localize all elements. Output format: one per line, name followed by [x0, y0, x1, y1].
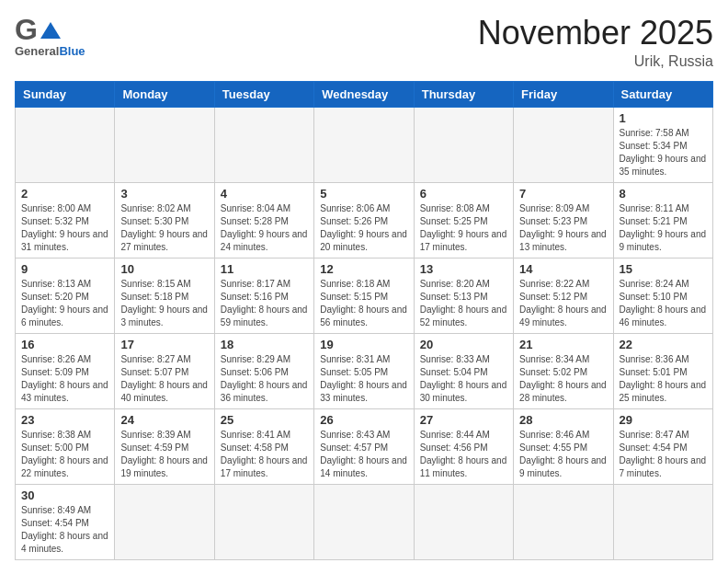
day-info: Sunrise: 8:09 AMSunset: 5:23 PMDaylight:…	[519, 202, 607, 254]
day-info: Sunrise: 8:26 AMSunset: 5:09 PMDaylight:…	[21, 353, 108, 405]
calendar-cell: 16Sunrise: 8:26 AMSunset: 5:09 PMDayligh…	[16, 333, 115, 408]
calendar-cell: 1Sunrise: 7:58 AMSunset: 5:34 PMDaylight…	[613, 107, 712, 182]
day-number: 2	[21, 187, 108, 201]
calendar-row: 16Sunrise: 8:26 AMSunset: 5:09 PMDayligh…	[16, 333, 713, 408]
day-info: Sunrise: 8:49 AMSunset: 4:54 PMDaylight:…	[21, 504, 108, 556]
calendar-cell: 17Sunrise: 8:27 AMSunset: 5:07 PMDayligh…	[115, 333, 214, 408]
calendar-cell	[214, 484, 313, 559]
day-number: 13	[420, 262, 507, 276]
svg-marker-0	[40, 22, 61, 39]
page-header: G GeneralBlue November 2025 Urik, Russia	[15, 15, 713, 70]
logo-g-letter: G	[15, 15, 38, 44]
logo-icon: G	[15, 15, 61, 44]
calendar-cell: 26Sunrise: 8:43 AMSunset: 4:57 PMDayligh…	[314, 408, 414, 484]
calendar-cell: 25Sunrise: 8:41 AMSunset: 4:58 PMDayligh…	[214, 408, 313, 484]
day-info: Sunrise: 8:33 AMSunset: 5:04 PMDaylight:…	[420, 353, 507, 405]
day-number: 4	[221, 187, 308, 201]
weekday-header-tuesday: Tuesday	[214, 81, 313, 107]
calendar-header: SundayMondayTuesdayWednesdayThursdayFrid…	[16, 81, 713, 107]
calendar-cell	[314, 107, 414, 182]
day-info: Sunrise: 8:15 AMSunset: 5:18 PMDaylight:…	[120, 278, 208, 329]
day-info: Sunrise: 8:31 AMSunset: 5:05 PMDaylight:…	[320, 353, 407, 405]
logo-general-text: General	[15, 44, 59, 58]
weekday-header-friday: Friday	[514, 81, 613, 107]
logo: G GeneralBlue	[15, 15, 85, 58]
day-info: Sunrise: 8:34 AMSunset: 5:02 PMDaylight:…	[519, 353, 607, 405]
calendar-cell	[115, 484, 214, 559]
day-number: 6	[420, 187, 507, 201]
day-info: Sunrise: 8:00 AMSunset: 5:32 PMDaylight:…	[21, 202, 108, 254]
calendar-cell	[314, 484, 414, 559]
calendar-cell	[414, 107, 513, 182]
logo-blue-text: Blue	[59, 44, 85, 58]
calendar-row: 2Sunrise: 8:00 AMSunset: 5:32 PMDaylight…	[16, 182, 713, 258]
calendar-row: 9Sunrise: 8:13 AMSunset: 5:20 PMDaylight…	[16, 258, 713, 333]
day-number: 27	[420, 413, 507, 427]
day-number: 17	[120, 338, 208, 351]
calendar-cell	[115, 107, 214, 182]
day-number: 3	[120, 187, 208, 201]
day-number: 26	[320, 413, 407, 427]
calendar-body: 1Sunrise: 7:58 AMSunset: 5:34 PMDaylight…	[16, 107, 713, 559]
calendar-cell: 27Sunrise: 8:44 AMSunset: 4:56 PMDayligh…	[414, 408, 513, 484]
day-number: 23	[21, 413, 108, 427]
day-info: Sunrise: 8:17 AMSunset: 5:16 PMDaylight:…	[221, 278, 308, 329]
title-block: November 2025 Urik, Russia	[478, 15, 713, 70]
day-info: Sunrise: 8:18 AMSunset: 5:15 PMDaylight:…	[320, 278, 407, 329]
logo-triangle-icon	[40, 20, 61, 40]
weekday-header-row: SundayMondayTuesdayWednesdayThursdayFrid…	[16, 81, 713, 107]
day-info: Sunrise: 8:20 AMSunset: 5:13 PMDaylight:…	[420, 278, 507, 329]
day-number: 7	[519, 187, 607, 201]
logo-label: GeneralBlue	[15, 44, 85, 58]
calendar-cell	[514, 107, 613, 182]
calendar-cell	[214, 107, 313, 182]
day-number: 20	[420, 338, 507, 351]
calendar-cell: 21Sunrise: 8:34 AMSunset: 5:02 PMDayligh…	[514, 333, 613, 408]
day-number: 12	[320, 262, 407, 276]
calendar-cell	[16, 107, 115, 182]
day-info: Sunrise: 7:58 AMSunset: 5:34 PMDaylight:…	[620, 127, 707, 178]
day-number: 5	[320, 187, 407, 201]
weekday-header-wednesday: Wednesday	[314, 81, 414, 107]
calendar-cell: 7Sunrise: 8:09 AMSunset: 5:23 PMDaylight…	[514, 182, 613, 258]
location-title: Urik, Russia	[478, 53, 713, 70]
day-info: Sunrise: 8:39 AMSunset: 4:59 PMDaylight:…	[120, 429, 208, 480]
calendar-cell: 13Sunrise: 8:20 AMSunset: 5:13 PMDayligh…	[414, 258, 513, 333]
calendar-table: SundayMondayTuesdayWednesdayThursdayFrid…	[15, 81, 713, 560]
month-title: November 2025	[478, 15, 713, 52]
day-number: 18	[221, 338, 308, 351]
weekday-header-monday: Monday	[115, 81, 214, 107]
calendar-cell: 22Sunrise: 8:36 AMSunset: 5:01 PMDayligh…	[613, 333, 712, 408]
calendar-cell: 6Sunrise: 8:08 AMSunset: 5:25 PMDaylight…	[414, 182, 513, 258]
calendar-cell: 10Sunrise: 8:15 AMSunset: 5:18 PMDayligh…	[115, 258, 214, 333]
calendar-cell: 4Sunrise: 8:04 AMSunset: 5:28 PMDaylight…	[214, 182, 313, 258]
day-info: Sunrise: 8:11 AMSunset: 5:21 PMDaylight:…	[620, 202, 707, 254]
calendar-cell: 24Sunrise: 8:39 AMSunset: 4:59 PMDayligh…	[115, 408, 214, 484]
day-number: 21	[519, 338, 607, 351]
day-info: Sunrise: 8:02 AMSunset: 5:30 PMDaylight:…	[120, 202, 208, 254]
day-number: 14	[519, 262, 607, 276]
calendar-row: 30Sunrise: 8:49 AMSunset: 4:54 PMDayligh…	[16, 484, 713, 559]
day-info: Sunrise: 8:29 AMSunset: 5:06 PMDaylight:…	[221, 353, 308, 405]
calendar-cell: 2Sunrise: 8:00 AMSunset: 5:32 PMDaylight…	[16, 182, 115, 258]
calendar-cell	[514, 484, 613, 559]
calendar-row: 23Sunrise: 8:38 AMSunset: 5:00 PMDayligh…	[16, 408, 713, 484]
calendar-cell: 23Sunrise: 8:38 AMSunset: 5:00 PMDayligh…	[16, 408, 115, 484]
calendar-cell: 18Sunrise: 8:29 AMSunset: 5:06 PMDayligh…	[214, 333, 313, 408]
day-info: Sunrise: 8:06 AMSunset: 5:26 PMDaylight:…	[320, 202, 407, 254]
calendar-cell: 12Sunrise: 8:18 AMSunset: 5:15 PMDayligh…	[314, 258, 414, 333]
calendar-row: 1Sunrise: 7:58 AMSunset: 5:34 PMDaylight…	[16, 107, 713, 182]
day-number: 11	[221, 262, 308, 276]
calendar-cell: 11Sunrise: 8:17 AMSunset: 5:16 PMDayligh…	[214, 258, 313, 333]
day-info: Sunrise: 8:43 AMSunset: 4:57 PMDaylight:…	[320, 429, 407, 480]
day-info: Sunrise: 8:22 AMSunset: 5:12 PMDaylight:…	[519, 278, 607, 329]
weekday-header-saturday: Saturday	[613, 81, 712, 107]
calendar-cell: 3Sunrise: 8:02 AMSunset: 5:30 PMDaylight…	[115, 182, 214, 258]
day-info: Sunrise: 8:44 AMSunset: 4:56 PMDaylight:…	[420, 429, 507, 480]
calendar-cell	[613, 484, 712, 559]
day-number: 16	[21, 338, 108, 351]
day-number: 28	[519, 413, 607, 427]
day-info: Sunrise: 8:46 AMSunset: 4:55 PMDaylight:…	[519, 429, 607, 480]
day-info: Sunrise: 8:38 AMSunset: 5:00 PMDaylight:…	[21, 429, 108, 480]
day-info: Sunrise: 8:47 AMSunset: 4:54 PMDaylight:…	[620, 429, 707, 480]
